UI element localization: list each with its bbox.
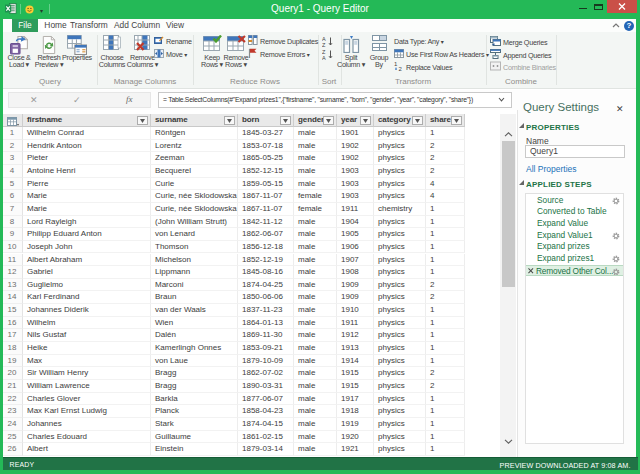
svg-text:1: 1: [394, 61, 398, 67]
svg-text:2: 2: [399, 66, 403, 72]
svg-text:A: A: [322, 55, 326, 61]
svg-text:Z: Z: [322, 42, 326, 48]
